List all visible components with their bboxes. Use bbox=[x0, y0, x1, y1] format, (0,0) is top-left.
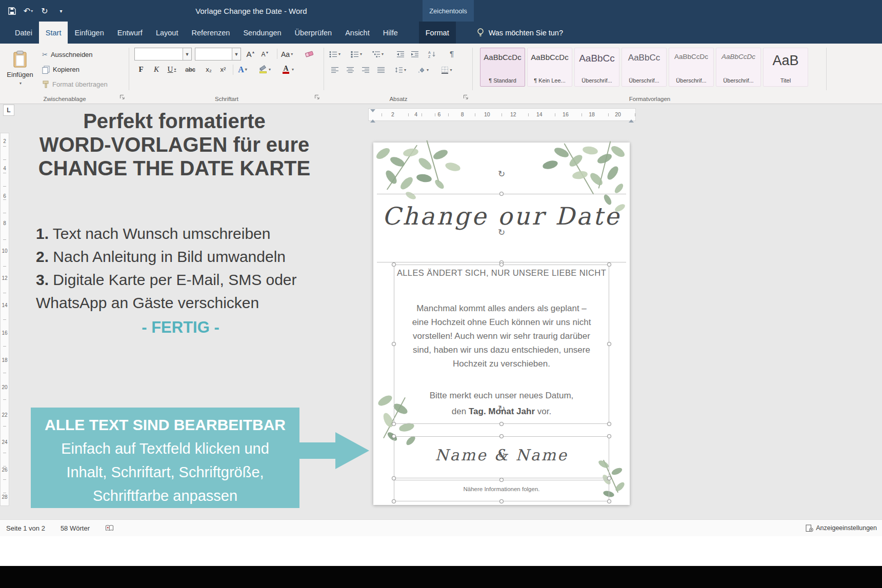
qat-customize-icon[interactable]: ▾ bbox=[54, 4, 68, 17]
redo-icon[interactable]: ↻ bbox=[38, 4, 51, 17]
selection-handle[interactable] bbox=[392, 262, 396, 267]
italic-button[interactable]: K bbox=[151, 64, 162, 75]
word-count[interactable]: 58 Wörter bbox=[61, 524, 90, 532]
selection-handle[interactable] bbox=[392, 342, 396, 346]
clipboard-icon bbox=[13, 51, 27, 68]
increase-indent-button[interactable] bbox=[409, 48, 420, 60]
underline-button[interactable]: U▾ bbox=[166, 64, 177, 75]
tab-stop-selector[interactable]: L bbox=[3, 105, 14, 116]
selection-handle[interactable] bbox=[499, 478, 504, 482]
tab-entwurf[interactable]: Entwurf bbox=[111, 22, 149, 44]
selection-handle[interactable] bbox=[499, 262, 504, 267]
undo-icon[interactable]: ↶▾ bbox=[22, 4, 35, 17]
group-styles: AaBbCcDc ¶ Standard AaBbCcDc ¶ Kein Lee.… bbox=[473, 44, 827, 104]
style-titel[interactable]: AaB Titel bbox=[763, 48, 808, 87]
tab-datei[interactable]: Datei bbox=[8, 22, 39, 44]
multilevel-list-button[interactable]: ▾ bbox=[372, 48, 384, 60]
line-spacing-button[interactable]: ▾ bbox=[395, 64, 406, 76]
selection-handle[interactable] bbox=[499, 422, 504, 426]
subscript-button[interactable]: x₂ bbox=[203, 64, 214, 75]
right-indent-marker[interactable] bbox=[629, 111, 634, 120]
display-settings-button[interactable]: Anzeigeeinstellungen bbox=[806, 524, 882, 532]
tab-ansicht[interactable]: Ansicht bbox=[338, 22, 376, 44]
page-indicator[interactable]: Seite 1 von 2 bbox=[6, 524, 45, 532]
sort-button[interactable]: AZ bbox=[427, 48, 438, 60]
change-case-button[interactable]: Aa▾ bbox=[281, 48, 293, 60]
selection-handle[interactable] bbox=[392, 476, 396, 480]
shrink-font-button[interactable]: A▼ bbox=[259, 48, 271, 60]
selection-handle[interactable] bbox=[392, 434, 396, 438]
chevron-down-icon[interactable]: ▼ bbox=[232, 48, 240, 60]
selection-handle[interactable] bbox=[392, 499, 396, 503]
decrease-indent-button[interactable] bbox=[395, 48, 406, 60]
tell-me[interactable]: Was möchten Sie tun? bbox=[476, 22, 563, 44]
tab-einfuegen[interactable]: Einfügen bbox=[68, 22, 110, 44]
rotation-handle[interactable]: ↻ bbox=[497, 169, 506, 178]
selection-handle[interactable] bbox=[607, 434, 611, 438]
selection-handle[interactable] bbox=[499, 434, 504, 438]
card-title[interactable]: Change our Date bbox=[373, 202, 630, 230]
proofing-status-icon[interactable] bbox=[105, 524, 114, 532]
paste-dropdown-icon[interactable]: ▾ bbox=[19, 81, 22, 86]
font-name-combo[interactable]: ▼ bbox=[134, 48, 192, 60]
numbered-list-button[interactable]: ▾ bbox=[351, 48, 362, 60]
selection-handle[interactable] bbox=[499, 499, 504, 503]
shading-button[interactable]: ▾ bbox=[417, 64, 429, 76]
superscript-button[interactable]: x² bbox=[217, 64, 229, 75]
bold-button[interactable]: F bbox=[135, 64, 147, 75]
document-page[interactable]: ↻ ↻ ↻ ↻ Change our Date bbox=[373, 143, 630, 505]
grow-font-button[interactable]: A▲ bbox=[245, 48, 256, 60]
selection-handle[interactable] bbox=[607, 342, 611, 346]
selection-handle[interactable] bbox=[499, 192, 504, 196]
clear-formatting-button[interactable] bbox=[304, 48, 315, 60]
justify-button[interactable] bbox=[375, 64, 387, 76]
tab-hilfe[interactable]: Hilfe bbox=[376, 22, 405, 44]
card-footer[interactable]: Nähere Informationen folgen. bbox=[373, 486, 630, 492]
card-subtitle[interactable]: ALLES ÄNDERT SICH, NUR UNSERE LIEBE NICH… bbox=[373, 268, 630, 278]
highlight-button[interactable]: ▾ bbox=[258, 64, 271, 75]
style-ueberschrift-3[interactable]: AaBbCcDc Überschrif... bbox=[669, 48, 714, 87]
bullet-list-icon bbox=[329, 51, 337, 58]
font-color-button[interactable]: A ▾ bbox=[281, 64, 294, 75]
font-dialog-launcher-icon[interactable] bbox=[314, 94, 320, 100]
overlay-callout: ALLE TEXT SIND BEARBEITBAR Einfach auf T… bbox=[31, 408, 299, 508]
cut-button[interactable]: ✂ Ausschneiden bbox=[42, 48, 93, 61]
style-standard[interactable]: AaBbCcDc ¶ Standard bbox=[480, 48, 525, 87]
card-date-text[interactable]: Bitte merkt euch unser neues Datum, den … bbox=[399, 388, 604, 419]
selection-handle[interactable] bbox=[607, 262, 611, 267]
card-names[interactable]: Name & Name bbox=[373, 446, 630, 464]
hanging-indent-marker[interactable] bbox=[370, 111, 375, 120]
selection-handle[interactable] bbox=[607, 422, 611, 426]
paste-button[interactable]: Einfügen ▾ bbox=[3, 46, 37, 93]
strikethrough-button[interactable]: abc bbox=[185, 64, 196, 75]
selection-handle[interactable] bbox=[607, 476, 611, 480]
format-painter-button[interactable]: Format übertragen bbox=[42, 78, 108, 91]
text-effects-button[interactable]: A▾ bbox=[237, 64, 248, 75]
show-paragraph-marks-button[interactable]: ¶ bbox=[446, 48, 457, 59]
copy-button[interactable]: Kopieren bbox=[42, 63, 79, 76]
paragraph-dialog-launcher-icon[interactable] bbox=[463, 94, 469, 100]
card-body-text[interactable]: Manchmal kommt alles anders als geplant … bbox=[410, 301, 593, 371]
tab-ueberpruefen[interactable]: Überprüfen bbox=[288, 22, 339, 44]
align-right-button[interactable] bbox=[360, 64, 371, 76]
selection-handle[interactable] bbox=[607, 499, 611, 503]
style-ueberschrift-1[interactable]: AaBbCc Überschrif... bbox=[574, 48, 619, 87]
svg-text:Z: Z bbox=[428, 54, 431, 58]
style-ueberschrift-4[interactable]: AaBbCcDc Überschrif... bbox=[716, 48, 761, 87]
tab-sendungen[interactable]: Sendungen bbox=[236, 22, 288, 44]
tab-format[interactable]: Format bbox=[419, 22, 456, 44]
align-center-button[interactable] bbox=[345, 64, 356, 76]
style-ueberschrift-2[interactable]: AaBbCc Überschrif... bbox=[622, 48, 667, 87]
selection-handle[interactable] bbox=[392, 422, 396, 426]
bullet-list-button[interactable]: ▾ bbox=[329, 48, 340, 60]
save-icon[interactable] bbox=[5, 4, 18, 17]
font-size-combo[interactable]: ▼ bbox=[195, 48, 241, 60]
tab-referenzen[interactable]: Referenzen bbox=[185, 22, 236, 44]
align-left-button[interactable] bbox=[329, 64, 340, 76]
chevron-down-icon[interactable]: ▼ bbox=[183, 48, 191, 60]
clipboard-dialog-launcher-icon[interactable] bbox=[119, 94, 126, 100]
tab-layout[interactable]: Layout bbox=[149, 22, 185, 44]
tab-start[interactable]: Start bbox=[39, 22, 68, 44]
borders-button[interactable]: ▾ bbox=[441, 64, 452, 76]
style-kein-leerraum[interactable]: AaBbCcDc ¶ Kein Lee... bbox=[527, 48, 572, 87]
